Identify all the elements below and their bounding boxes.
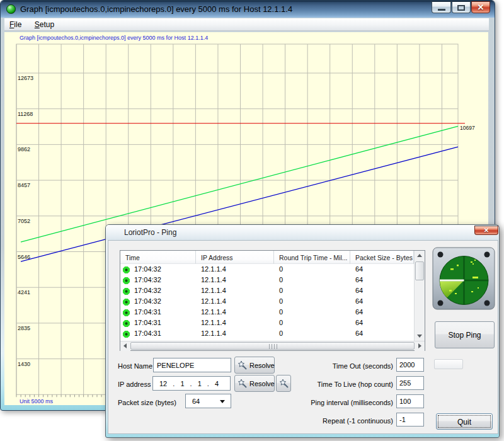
table-cell: 64 [355, 297, 363, 305]
table-cell: 12.1.1.4 [201, 308, 226, 316]
table-cell: 0 [279, 276, 283, 284]
ping-status-icon [123, 277, 130, 284]
table-rows: 17:04:3212.1.1.406417:04:3212.1.1.406417… [120, 265, 414, 340]
table-header: TimeIP AddressRound Trip Time - Mil...Pa… [120, 251, 414, 264]
table-row[interactable]: 17:04:3212.1.1.4064 [120, 265, 414, 275]
table-cell: 0 [279, 308, 283, 316]
menubar: File Setup [4, 18, 489, 31]
table-cell: 64 [355, 265, 363, 273]
column-header[interactable]: Time [120, 251, 196, 264]
host-name-input[interactable]: PENELOPE [153, 358, 231, 372]
table-cell: 12.1.1.4 [201, 319, 226, 326]
table-row[interactable]: 17:04:3112.1.1.4064 [120, 329, 414, 340]
scroll-left-button[interactable] [120, 341, 130, 351]
table-cell: 17:04:32 [134, 287, 161, 294]
table-cell: 17:04:32 [134, 265, 161, 273]
svg-text:10697: 10697 [460, 125, 475, 131]
radar-display [432, 247, 495, 310]
table-cell: 64 [355, 329, 363, 337]
table-cell: 0 [279, 287, 283, 294]
ping-interval-input[interactable]: 100 [396, 394, 424, 408]
vertical-scroll-thumb[interactable] [415, 261, 424, 280]
menu-setup[interactable]: Setup [30, 18, 59, 31]
table-cell: 64 [355, 308, 363, 316]
minimize-icon [438, 9, 445, 11]
ping-dialog-title: LoriotPro - Ping [124, 228, 176, 237]
repeat-label: Repeat (-1 continuous) [229, 417, 393, 425]
svg-text:4241: 4241 [18, 289, 30, 295]
graph-window-title: Graph [icmpoutechos.0,icmpinechoreps.0] … [20, 4, 292, 14]
table-row[interactable]: 17:04:3212.1.1.4064 [120, 275, 414, 286]
timeout-label: Time Out (seconds) [229, 362, 393, 370]
table-cell: 17:04:32 [134, 297, 161, 305]
table-cell: 0 [279, 265, 283, 273]
packet-size-combo[interactable]: 64 [185, 394, 231, 408]
table-cell: 0 [279, 319, 283, 326]
table-row[interactable]: 17:04:3112.1.1.4064 [120, 307, 414, 318]
svg-text:1430: 1430 [18, 361, 30, 367]
table-cell: 17:04:31 [134, 329, 161, 337]
status-indicator [434, 359, 463, 369]
scroll-down-button[interactable] [415, 331, 425, 341]
ping-status-icon [123, 320, 130, 327]
table-row[interactable]: 17:04:3212.1.1.4064 [120, 297, 414, 307]
table-cell: 12.1.1.4 [201, 329, 226, 337]
scroll-right-button[interactable] [415, 341, 425, 351]
table-cell: 12.1.1.4 [201, 287, 226, 294]
chart-title: Graph [icmpoutechos.0,icmpinechoreps.0] … [20, 35, 208, 41]
svg-text:11268: 11268 [18, 111, 33, 117]
svg-text:12673: 12673 [18, 75, 33, 81]
scroll-up-button[interactable] [415, 251, 425, 260]
close-button[interactable]: ✕ [471, 1, 490, 13]
svg-text:8457: 8457 [18, 182, 30, 188]
column-header[interactable]: Round Trip Time - Mil... [274, 251, 350, 264]
table-cell: 12.1.1.4 [201, 265, 226, 273]
table-cell: 0 [279, 329, 283, 337]
table-cell: 12.1.1.4 [201, 297, 226, 305]
table-cell: 12.1.1.4 [201, 276, 226, 284]
table-row[interactable]: 17:04:3112.1.1.4064 [120, 318, 414, 329]
quit-button[interactable]: Quit [436, 413, 493, 430]
maximize-button[interactable] [452, 1, 471, 13]
ip-address-input[interactable]: 12 . 1 . 1 . 4 [152, 376, 231, 391]
down-arrow-icon [417, 335, 422, 338]
horizontal-scroll-thumb[interactable] [130, 342, 415, 350]
timeout-input[interactable]: 2000 [396, 358, 424, 372]
vertical-scrollbar[interactable] [414, 251, 425, 341]
packet-size-label: Packet size (bytes) [118, 399, 176, 406]
packet-size-value: 64 [192, 398, 200, 405]
repeat-input[interactable]: -1 [396, 413, 424, 427]
ping-dialog: LoriotPro - Ping ✕ TimeIP AddressRound T… [105, 224, 500, 438]
svg-text:5646: 5646 [18, 254, 30, 260]
dialog-close-button[interactable]: ✕ [474, 226, 498, 235]
svg-text:2835: 2835 [18, 325, 30, 331]
chart-unit-label: Unit 5000 ms [20, 398, 53, 404]
table-cell: 17:04:31 [134, 308, 161, 316]
column-header[interactable]: IP Address [196, 251, 274, 264]
right-arrow-icon [418, 343, 421, 348]
graph-window-titlebar[interactable]: Graph [icmpoutechos.0,icmpinechoreps.0] … [1, 1, 495, 18]
up-arrow-icon [417, 254, 422, 257]
app-icon [6, 4, 16, 14]
ping-status-icon [123, 299, 130, 306]
table-cell: 17:04:32 [134, 276, 161, 284]
ping-results-table[interactable]: TimeIP AddressRound Trip Time - Mil...Pa… [120, 250, 425, 351]
ttl-label: Time To Live (hop count) [229, 381, 393, 388]
ping-dialog-titlebar[interactable]: LoriotPro - Ping ✕ [106, 225, 499, 240]
table-cell: 17:04:31 [134, 319, 161, 326]
ping-interval-label: Ping interval (milliseconds) [229, 399, 393, 406]
scroll-grip [269, 344, 277, 349]
close-icon: ✕ [475, 226, 498, 235]
close-icon: ✕ [472, 3, 490, 12]
ping-dialog-body: TimeIP AddressRound Trip Time - Mil...Pa… [108, 240, 498, 434]
horizontal-scrollbar[interactable] [120, 341, 425, 350]
ping-status-icon [123, 266, 130, 273]
svg-text:7052: 7052 [18, 218, 30, 224]
minimize-button[interactable] [432, 1, 451, 13]
ip-address-label: IP address [118, 381, 151, 388]
ttl-input[interactable]: 255 [396, 376, 424, 390]
stop-ping-button[interactable]: Stop Ping [435, 321, 495, 348]
table-row[interactable]: 17:04:3212.1.1.4064 [120, 286, 414, 297]
column-header[interactable]: Packet Size - Bytes [350, 251, 414, 264]
menu-file[interactable]: File [4, 18, 26, 31]
